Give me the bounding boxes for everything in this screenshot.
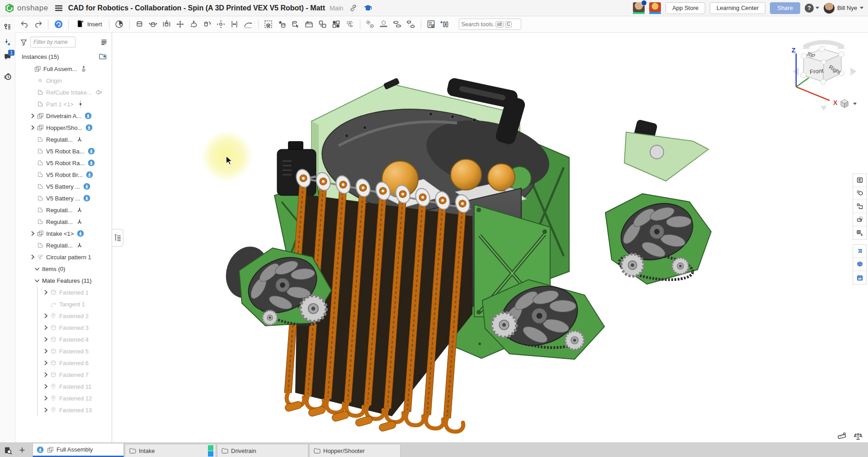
download-icon[interactable] [83,195,90,202]
bom-panel-button[interactable] [853,187,866,200]
app-store-button[interactable]: App Store [665,2,705,14]
insert-new-icon[interactable] [99,53,107,60]
view-options-dropdown[interactable] [840,99,857,109]
linear-pattern-button[interactable] [330,18,343,31]
instance-hopper-sho[interactable]: Hopper/Sho... [15,122,112,133]
instance-part-1-1[interactable]: Part 1 <1> [15,98,112,110]
revolute-mate-button[interactable] [146,18,160,31]
outline-panel-button[interactable] [853,174,866,187]
display-states-button[interactable] [302,18,316,31]
add-mate-connector-button[interactable] [0,35,15,49]
tab-full-assembly[interactable]: Full Assembly [33,443,124,457]
items-section-header[interactable]: Items (0) [15,263,112,275]
expand-chevron-icon[interactable] [42,359,50,367]
redo-button[interactable] [31,18,45,31]
instance-regulati[interactable]: Regulati... [15,133,112,145]
tab-hopper-shooter[interactable]: Hopper/Shooter [309,444,401,457]
versions-panel-button[interactable] [853,271,866,284]
share-button[interactable]: Share [770,2,800,14]
expand-chevron-icon[interactable] [29,230,37,237]
instance-v5-robot-ba[interactable]: V5 Robot Ba... [15,145,112,157]
measure-button[interactable] [438,18,452,31]
fastened-mate-button[interactable] [133,18,146,31]
learning-graduation-icon[interactable] [363,5,373,12]
rack-pinion-relation-button[interactable] [377,18,391,31]
configurations-panel-button[interactable] [853,200,866,213]
list-view-icon[interactable] [100,38,108,46]
expand-chevron-icon[interactable] [42,371,50,378]
expand-chevron-icon[interactable] [29,112,37,119]
expand-chevron-icon[interactable] [42,336,50,343]
expand-chevron-icon[interactable] [42,406,50,414]
insert-button[interactable]: Insert [72,18,106,31]
new-tab-button[interactable]: + [15,443,29,457]
ball-mate-button[interactable] [214,18,228,31]
expand-chevron-icon[interactable] [42,395,50,402]
mate-fastened-2[interactable]: Fastened 2 [38,310,112,322]
user-menu[interactable]: Bill Nye [824,3,863,14]
download-icon[interactable] [83,183,90,190]
menu-icon[interactable] [55,5,63,11]
mate-features-section-header[interactable]: Mate Features (11) [15,275,112,286]
workspace-label[interactable]: Main [330,5,343,12]
feature-list-panel-button[interactable] [0,20,15,33]
named-positions-button[interactable] [275,18,289,31]
download-icon[interactable] [86,171,93,178]
tangent-mate-button[interactable] [241,18,255,31]
instance-origin[interactable]: Origin [15,75,112,86]
tab-drivetrain[interactable]: Drivetrain [217,444,308,457]
expand-chevron-icon[interactable] [42,312,50,319]
share-link-icon[interactable] [349,4,357,12]
search-tools-input[interactable] [462,21,494,28]
expand-chevron-icon[interactable] [42,289,50,296]
search-tools-field[interactable]: altC [459,19,521,30]
gear-relation-button[interactable] [363,18,377,31]
explode-view-button[interactable] [289,18,302,31]
download-icon[interactable] [85,112,92,119]
instance-intake-1[interactable]: Intake <1> [15,228,112,239]
group-select-button[interactable] [262,18,275,31]
slider-mate-button[interactable] [160,18,174,31]
instance-regulati[interactable]: Regulati... [15,216,112,228]
graphics-viewport[interactable]: Top Front Right Z X [113,33,868,443]
expand-chevron-icon[interactable] [42,324,50,331]
comments-panel-button[interactable]: 1 [0,50,15,63]
instance-refcube-intake[interactable]: RefCube Intake... [15,86,112,98]
rotate-view-button[interactable] [52,18,65,31]
expand-chevron-icon[interactable] [29,124,37,131]
instance-v5-robot-br[interactable]: V5 Robot Br... [15,169,112,181]
onshape-logo[interactable]: onshape [5,3,48,13]
tab-search-button[interactable] [0,443,15,457]
planar-mate-button[interactable] [174,18,187,31]
instance-regulati[interactable]: Regulati... [15,239,112,251]
mass-properties-icon[interactable] [854,432,863,441]
mate-fastened-11[interactable]: Fastened 11 [38,381,112,392]
parallel-mate-button[interactable] [228,18,241,31]
mate-tangent-1[interactable]: Tangent 1 [38,298,112,310]
undo-button[interactable] [18,18,31,31]
instance-full-assem[interactable]: Full Assem... [15,63,112,75]
instance-drivetrain-a[interactable]: Drivetrain A... [15,110,112,122]
collaborator-avatar-1[interactable] [633,2,645,14]
mate-fastened-12[interactable]: Fastened 12 [38,392,112,404]
measure-tool-icon[interactable] [837,432,846,441]
instance-circular-pattern-1[interactable]: Circular pattern 1 [15,251,112,263]
expand-chevron-icon[interactable] [42,383,50,390]
mate-fastened-5[interactable]: Fastened 5 [38,345,112,357]
appearance-panel-button[interactable] [853,258,866,271]
pin-slot-mate-button[interactable] [201,18,214,31]
expand-chevron-icon[interactable] [29,253,37,261]
linear-relation-button[interactable] [404,18,418,31]
download-icon[interactable] [88,159,95,167]
learning-center-button[interactable]: Learning Center [710,2,765,14]
selection-list-button[interactable] [853,245,866,258]
download-icon[interactable] [77,230,84,237]
history-panel-button[interactable] [0,70,15,83]
named-views-panel-button[interactable] [853,213,866,226]
expand-chevron-icon[interactable] [42,348,50,355]
section-view-button[interactable] [113,18,126,31]
bill-of-materials-button[interactable] [425,18,438,31]
mate-fastened-4[interactable]: Fastened 4 [38,333,112,345]
filter-input[interactable] [30,37,75,48]
help-menu[interactable]: ? [805,4,819,13]
